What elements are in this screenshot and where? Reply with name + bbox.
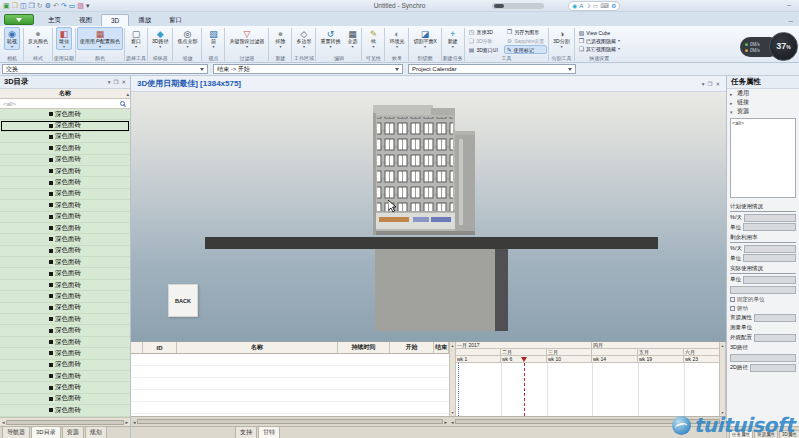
scroll-down-icon[interactable]: ▾ (451, 410, 453, 415)
checkbox-icon[interactable] (730, 306, 735, 311)
ribbon-tool[interactable]: ⚙Sapphire设置 (504, 37, 547, 46)
float-window-icon[interactable]: ❐ (113, 79, 118, 85)
task-table-body[interactable] (131, 354, 449, 416)
ribbon-button[interactable]: ▦全选▾ (344, 27, 360, 50)
ribbon-button[interactable]: ●反光颜色▾ (25, 27, 51, 50)
ribbon-button[interactable]: ▧前▾ (206, 27, 221, 50)
ribbon-button[interactable]: ▢窗口▾ (128, 27, 144, 50)
filter-input[interactable]: <all> (3, 101, 16, 107)
list-item[interactable]: 深色面砖 (0, 223, 130, 234)
list-item[interactable]: 深色面砖 (0, 212, 130, 223)
list-item[interactable]: 深色面砖 (0, 120, 130, 131)
scroll-up-icon[interactable]: ▴ (126, 91, 129, 97)
gantt-empty-row[interactable] (131, 366, 449, 378)
scroll-left-icon[interactable]: ◂ (133, 419, 136, 425)
scroll-left-icon[interactable]: ◂ (451, 419, 454, 425)
ribbon-button[interactable]: ▽关键预设过滤器▾ (226, 27, 267, 50)
ribbon-tool[interactable]: ▧View Cube (576, 29, 623, 37)
ribbon-tool[interactable]: ▤3D窗口UI (466, 45, 501, 54)
tab-规划[interactable]: 规划 (85, 426, 107, 438)
ime-keyboard-icon[interactable]: ⌨ (600, 3, 609, 9)
close-icon[interactable]: ✕ (121, 79, 126, 85)
list-item[interactable]: 深色面砖 (0, 177, 130, 188)
list-item[interactable]: 深色面砖 (0, 325, 130, 336)
ribbon-tool[interactable]: ❐已选视图隐藏▾ (576, 37, 623, 45)
gantt-empty-row[interactable] (131, 378, 449, 390)
scroll-right-icon[interactable]: ▸ (125, 419, 128, 425)
timeline-scrollbar[interactable]: ▴▾ (719, 342, 726, 416)
resource-listbox[interactable]: <all> (730, 118, 796, 198)
list-item[interactable]: 深色面砖 (0, 371, 130, 382)
gantt-timeline[interactable]: 一月 2017四月二月三月五月六月wk 1wk 6wk 10wk 14wk 19… (456, 342, 719, 416)
list-item[interactable]: 深色面砖 (0, 132, 130, 143)
tab-视图[interactable]: 视图 (70, 14, 101, 26)
checkbox-field[interactable]: 驱动 (730, 305, 796, 312)
ribbon-button[interactable]: ◉轮视▾ (4, 27, 20, 50)
ribbon-button[interactable]: ◆3D路径▾ (149, 27, 171, 50)
scroll-up-icon[interactable]: ▴ (721, 343, 723, 348)
gantt-column-header[interactable]: 开始 (390, 342, 434, 353)
tab-主页[interactable]: 主页 (39, 14, 70, 26)
dropdown-交换[interactable]: 交换 (2, 64, 208, 74)
list-item[interactable]: 深色面砖 (0, 303, 130, 314)
ribbon-tool[interactable]: ❐另存为图形 (504, 28, 547, 37)
percent-badge[interactable]: 37% (769, 32, 798, 61)
menu-down-icon[interactable]: ▾ (108, 79, 111, 85)
gantt-empty-row[interactable] (131, 354, 449, 366)
ime-moon-icon[interactable]: ☽ (585, 3, 590, 9)
filter-row[interactable]: <all> (0, 99, 130, 109)
ribbon-button[interactable]: ◎焦点全部▾ (174, 27, 200, 50)
gantt-column-header[interactable]: ID (143, 342, 177, 353)
ribbon-button[interactable]: ◑3D分割▾ (550, 27, 572, 50)
gantt-column-header[interactable]: 名称 (177, 342, 338, 353)
list-item[interactable]: 深色面砖 (0, 109, 130, 120)
dropdown-结束 -> 开始[interactable]: 结束 -> 开始 (213, 64, 403, 74)
tab-导航器[interactable]: 导航器 (2, 426, 30, 438)
task-table-scrollbar[interactable]: ▴▾ (449, 342, 456, 416)
list-item[interactable]: 深色面砖 (0, 337, 130, 348)
field-input[interactable] (743, 254, 796, 262)
field-input[interactable] (744, 245, 796, 253)
ime-skin-icon[interactable]: ▭ (593, 3, 599, 9)
ribbon-button[interactable]: ◪切割平面X▾ (410, 27, 439, 50)
list-item[interactable]: 深色面砖 (0, 234, 130, 245)
list-item[interactable]: 深色面砖 (0, 257, 130, 268)
table-hscrollbar[interactable]: ◂▸ (131, 419, 449, 425)
recorder-slider[interactable] (492, 3, 544, 9)
list-item[interactable]: 深色面砖 (0, 246, 130, 257)
ime-toolbar[interactable]: ◉A☽▭⌨⚙ (568, 1, 620, 11)
field-input[interactable] (744, 214, 796, 222)
ribbon-minimize-icon[interactable]: ‒ (789, 18, 793, 24)
list-item[interactable]: 深色面砖 (0, 360, 130, 371)
left-horizontal-scrollbar[interactable]: ◂▸ (0, 417, 130, 426)
menu-down-icon[interactable]: ▾ (702, 81, 705, 87)
tab-窗口[interactable]: 窗口 (160, 14, 191, 26)
scroll-up-icon[interactable]: ▴ (451, 343, 453, 348)
section-链接[interactable]: ▸链接 (727, 98, 799, 107)
list-item[interactable]: 深色面砖 (0, 268, 130, 279)
list-item[interactable]: 深色面砖 (0, 382, 130, 393)
tab-资源[interactable]: 资源 (62, 426, 84, 438)
scroll-thumb[interactable] (6, 420, 125, 425)
list-item[interactable]: 深色面砖 (0, 155, 130, 166)
minimize-button[interactable]: – (787, 1, 791, 8)
column-header-name[interactable]: 名称 ▴ (0, 89, 130, 99)
3d-viewport[interactable]: BACK (131, 92, 726, 341)
tab-甘特[interactable]: 甘特 (258, 426, 280, 438)
ribbon-tool[interactable]: ◳直接3D (466, 28, 501, 37)
list-item[interactable]: 深色面砖 (0, 166, 130, 177)
gantt-column-header[interactable]: 持续时间 (338, 342, 390, 353)
list-item[interactable]: 深色面砖 (0, 200, 130, 211)
list-item[interactable]: 深色面砖 (0, 394, 130, 405)
ribbon-tool[interactable]: ✎使用标记 (504, 45, 547, 54)
list-item[interactable]: 深色面砖 (0, 280, 130, 291)
list-item[interactable]: 深色面砖 (0, 189, 130, 200)
ime-settings-icon[interactable]: ⚙ (611, 3, 616, 9)
ribbon-button[interactable]: ●排除▾ (272, 27, 288, 50)
gantt-column-header[interactable] (131, 342, 143, 353)
ribbon-button[interactable]: ◧最佳▾ (56, 27, 72, 50)
tab-播放[interactable]: 播放 (129, 14, 160, 26)
gantt-column-header[interactable]: 结束 (434, 342, 449, 353)
tab-支持[interactable]: 支持 (235, 426, 257, 438)
list-item[interactable]: 深色面砖 (0, 291, 130, 302)
